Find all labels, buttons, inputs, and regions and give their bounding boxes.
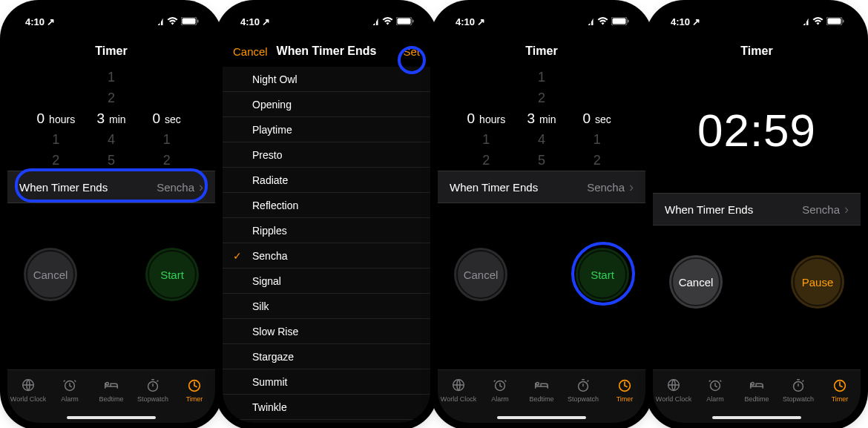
sound-name: Night Owl (252, 73, 297, 85)
svg-rect-5 (183, 18, 196, 24)
notch (705, 7, 809, 27)
tab-bar: World Clock Alarm Bedtime Stopwatch Time… (653, 369, 861, 423)
cell-label: When Timer Ends (19, 181, 108, 194)
sound-row[interactable]: Playtime (223, 117, 430, 142)
sound-name: Sencha (252, 250, 287, 262)
tab-alarm[interactable]: Alarm (694, 370, 736, 409)
sound-row[interactable]: Summit (223, 369, 430, 395)
svg-rect-35 (843, 19, 844, 22)
globe-icon (19, 378, 37, 394)
sound-name: Ripples (252, 225, 287, 237)
sound-row[interactable]: Uplift (223, 420, 430, 423)
tab-stopwatch[interactable]: Stopwatch (777, 370, 819, 409)
tab-world-clock[interactable]: World Clock (653, 370, 694, 409)
sound-row[interactable]: Night Owl (223, 67, 430, 92)
hours-column[interactable]: 0hours 1 2 (28, 67, 84, 171)
stopwatch-icon (789, 378, 807, 394)
sound-name: Reflection (252, 200, 298, 211)
chevron-right-icon: › (844, 202, 849, 217)
sound-row[interactable]: Silk (223, 294, 430, 319)
sound-row[interactable]: Signal (223, 269, 430, 294)
alarm-icon (491, 378, 509, 394)
sound-name: Summit (252, 376, 287, 388)
sound-row[interactable]: Stargaze (223, 344, 430, 369)
stopwatch-icon (144, 378, 162, 394)
tab-world-clock[interactable]: World Clock (438, 370, 479, 409)
sound-row[interactable]: Slow Rise (223, 319, 430, 344)
sound-row[interactable]: Opening (223, 92, 430, 117)
cancel-nav-button[interactable]: Cancel (233, 45, 268, 58)
sound-name: Radiate (252, 174, 288, 186)
svg-rect-24 (628, 19, 629, 22)
minutes-column[interactable]: 1 2 3min 4 5 (84, 67, 139, 171)
tab-timer[interactable]: Timer (174, 370, 215, 409)
sound-row[interactable]: Ripples (223, 218, 430, 243)
pause-button[interactable]: Pause (791, 255, 844, 309)
sound-row[interactable]: Twinkle (223, 395, 430, 420)
tab-alarm[interactable]: Alarm (479, 370, 521, 409)
alarm-icon (706, 378, 724, 394)
time-picker[interactable]: 0hours 1 2 1 2 3min 4 5 0sec 1 2 (438, 67, 645, 171)
location-arrow-icon: ↗ (47, 16, 55, 27)
nav-title: Timer (95, 45, 127, 58)
sound-row[interactable]: Reflection (223, 193, 430, 218)
when-timer-ends-cell[interactable]: When Timer Ends Sencha› (653, 193, 861, 225)
wifi-icon (812, 16, 823, 27)
sound-name: Signal (252, 275, 281, 287)
battery-icon (181, 16, 199, 27)
tab-world-clock[interactable]: World Clock (7, 370, 49, 409)
sound-name: Twinkle (252, 401, 287, 413)
sound-name: Silk (252, 300, 269, 312)
globe-icon (450, 378, 467, 394)
bed-icon (102, 378, 120, 394)
set-nav-button[interactable]: Set (403, 45, 420, 58)
tab-bedtime[interactable]: Bedtime (736, 370, 777, 409)
sound-name: Slow Rise (252, 326, 298, 338)
nav-title: Timer (740, 45, 772, 58)
countdown-display: 02:59 (653, 67, 861, 193)
tab-timer[interactable]: Timer (604, 370, 645, 409)
battery-icon (611, 16, 629, 27)
tab-alarm[interactable]: Alarm (49, 370, 91, 409)
sound-list[interactable]: Night OwlOpeningPlaytimePrestoRadiateRef… (223, 67, 430, 423)
nav-bar: Timer (7, 36, 215, 67)
nav-title: When Timer Ends (277, 45, 377, 58)
sound-name: Stargaze (252, 351, 294, 363)
sound-row[interactable]: Radiate (223, 168, 430, 193)
cancel-button[interactable]: Cancel (669, 255, 723, 309)
notch (490, 7, 594, 27)
tab-timer[interactable]: Timer (819, 370, 861, 409)
nav-bar: Cancel When Timer Ends Set (223, 36, 430, 67)
sound-name: Opening (252, 99, 292, 111)
tab-bedtime[interactable]: Bedtime (91, 370, 132, 409)
nav-bar: Timer (438, 36, 645, 67)
home-indicator[interactable] (712, 416, 801, 419)
home-indicator[interactable] (497, 416, 586, 419)
cancel-button[interactable]: Cancel (24, 248, 77, 301)
phone-3-timer-start: 4:10↗ Timer 0hours 1 2 1 2 (438, 7, 645, 423)
bed-icon (533, 378, 550, 394)
sound-row[interactable]: ✓Sencha (223, 243, 430, 269)
time-picker[interactable]: 0hours 1 2 1 2 3min 4 5 0sec 1 2 (7, 67, 215, 171)
bed-icon (748, 378, 766, 394)
when-timer-ends-cell[interactable]: When Timer Ends Sencha› (7, 171, 215, 203)
start-button[interactable]: Start (145, 248, 199, 301)
cell-value: Sencha (157, 181, 194, 194)
chevron-right-icon: › (629, 180, 634, 195)
phone-4-timer-running: 4:10↗ Timer 02:59 When Timer Ends Sencha… (653, 7, 861, 423)
start-button[interactable]: Start (576, 248, 629, 301)
tab-stopwatch[interactable]: Stopwatch (562, 370, 604, 409)
cancel-button[interactable]: Cancel (454, 248, 507, 301)
home-indicator[interactable] (67, 416, 156, 419)
globe-icon (665, 378, 683, 394)
when-timer-ends-cell[interactable]: When Timer Ends Sencha› (438, 171, 645, 203)
seconds-column[interactable]: 0sec 1 2 (139, 67, 194, 171)
tab-stopwatch[interactable]: Stopwatch (132, 370, 174, 409)
minutes-column[interactable]: 1 2 3min 4 5 (514, 67, 570, 171)
sound-row[interactable]: Presto (223, 142, 430, 168)
hours-column[interactable]: 0hours 1 2 (458, 67, 514, 171)
nav-bar: Timer (653, 36, 861, 67)
tab-bedtime[interactable]: Bedtime (521, 370, 562, 409)
seconds-column[interactable]: 0sec 1 2 (569, 67, 625, 171)
wifi-icon (597, 16, 608, 27)
